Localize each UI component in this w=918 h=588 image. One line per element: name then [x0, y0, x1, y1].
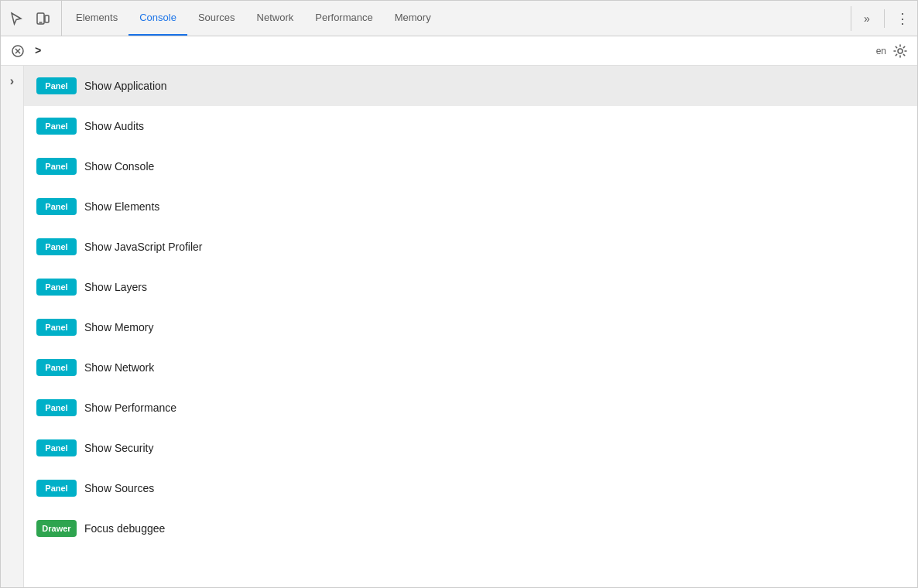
- badge-show-sources: Panel: [36, 480, 77, 497]
- badge-show-application: Panel: [36, 77, 77, 94]
- autocomplete-list: Panel Show Application Panel Show Audits…: [24, 66, 917, 549]
- autocomplete-item-show-application[interactable]: Panel Show Application: [24, 66, 917, 106]
- filter-label: en: [876, 46, 886, 56]
- kebab-menu-button[interactable]: ⋮: [889, 6, 914, 31]
- tab-memory[interactable]: Memory: [384, 1, 442, 36]
- badge-show-performance: Panel: [36, 399, 77, 416]
- subtoolbar-right: en: [876, 40, 911, 62]
- autocomplete-item-show-security[interactable]: Panel Show Security: [24, 428, 917, 468]
- label-show-javascript-profiler: Show JavaScript Profiler: [84, 241, 203, 253]
- svg-point-6: [898, 49, 903, 53]
- badge-show-javascript-profiler: Panel: [36, 238, 77, 255]
- clear-icon: [11, 44, 25, 58]
- label-focus-debuggee: Focus debuggee: [84, 522, 165, 535]
- gear-icon: [893, 44, 907, 58]
- toolbar-left-icons: [4, 1, 62, 36]
- kebab-icon: ⋮: [896, 10, 909, 27]
- label-show-network: Show Network: [84, 361, 154, 374]
- autocomplete-item-show-console[interactable]: Panel Show Console: [24, 146, 917, 186]
- toolbar-right-icons: » ⋮: [851, 6, 914, 31]
- label-show-elements: Show Elements: [84, 200, 159, 213]
- tab-elements[interactable]: Elements: [65, 1, 128, 36]
- label-show-audits: Show Audits: [84, 120, 144, 132]
- badge-show-memory: Panel: [36, 319, 77, 336]
- console-prompt-area: >: [35, 45, 870, 57]
- main-toolbar: Elements Console Sources Network Perform…: [1, 1, 917, 36]
- tab-performance[interactable]: Performance: [304, 1, 383, 36]
- console-subtoolbar: > en: [1, 36, 917, 66]
- autocomplete-item-show-sources[interactable]: Panel Show Sources: [24, 468, 917, 508]
- badge-show-elements: Panel: [36, 198, 77, 215]
- tab-network[interactable]: Network: [246, 1, 305, 36]
- autocomplete-dropdown: Panel Show Application Panel Show Audits…: [24, 66, 917, 587]
- autocomplete-item-show-memory[interactable]: Panel Show Memory: [24, 307, 917, 347]
- autocomplete-item-show-performance[interactable]: Panel Show Performance: [24, 388, 917, 428]
- badge-focus-debuggee: Drawer: [36, 520, 77, 537]
- autocomplete-item-show-javascript-profiler[interactable]: Panel Show JavaScript Profiler: [24, 227, 917, 267]
- autocomplete-item-show-network[interactable]: Panel Show Network: [24, 347, 917, 388]
- autocomplete-item-show-audits[interactable]: Panel Show Audits: [24, 106, 917, 146]
- autocomplete-item-focus-debuggee[interactable]: Drawer Focus debuggee: [24, 508, 917, 549]
- autocomplete-item-show-elements[interactable]: Panel Show Elements: [24, 186, 917, 227]
- label-show-security: Show Security: [84, 442, 153, 454]
- label-show-memory: Show Memory: [84, 321, 153, 333]
- label-show-console: Show Console: [84, 160, 154, 173]
- toolbar-separator: [884, 9, 885, 28]
- badge-show-network: Panel: [36, 359, 77, 376]
- badge-show-security: Panel: [36, 439, 77, 456]
- label-show-sources: Show Sources: [84, 482, 154, 494]
- label-show-layers: Show Layers: [84, 281, 147, 293]
- devtools-window: Elements Console Sources Network Perform…: [0, 0, 918, 588]
- more-tabs-icon: »: [864, 12, 870, 25]
- badge-show-audits: Panel: [36, 118, 77, 135]
- tab-sources[interactable]: Sources: [187, 1, 246, 36]
- more-tabs-button[interactable]: »: [855, 6, 879, 31]
- badge-show-console: Panel: [36, 158, 77, 175]
- main-area: › Panel Show Application Panel Show Audi…: [1, 66, 917, 587]
- tab-console[interactable]: Console: [128, 1, 187, 36]
- autocomplete-item-show-layers[interactable]: Panel Show Layers: [24, 267, 917, 307]
- clear-console-button[interactable]: [7, 40, 29, 62]
- label-show-performance: Show Performance: [84, 402, 176, 414]
- left-sidebar: ›: [1, 66, 24, 587]
- device-icon: [36, 12, 50, 26]
- cursor-icon: [9, 12, 23, 26]
- inspect-element-button[interactable]: [4, 6, 29, 31]
- svg-rect-1: [45, 15, 49, 22]
- console-input[interactable]: [47, 45, 869, 56]
- prompt-symbol: >: [35, 45, 41, 57]
- sidebar-expand-button[interactable]: ›: [3, 72, 22, 91]
- chevron-right-icon: ›: [10, 74, 14, 88]
- device-toolbar-button[interactable]: [30, 6, 55, 31]
- badge-show-layers: Panel: [36, 279, 77, 296]
- tab-list: Elements Console Sources Network Perform…: [65, 1, 848, 36]
- settings-button[interactable]: [889, 40, 911, 62]
- label-show-application: Show Application: [84, 80, 167, 92]
